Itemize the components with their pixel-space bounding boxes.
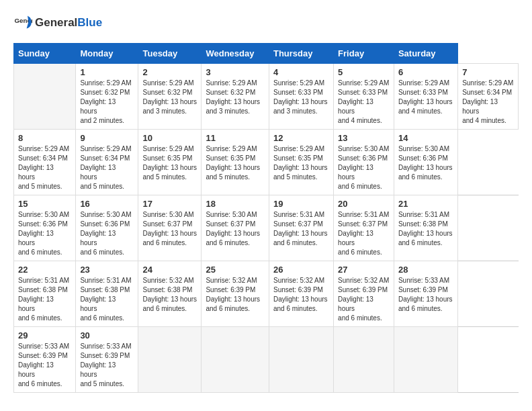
- calendar-cell: [202, 327, 269, 393]
- logo: General GeneralBlue: [13, 13, 102, 32]
- day-info: Sunrise: 5:29 AM Sunset: 6:35 PM Dayligh…: [142, 144, 197, 182]
- day-info: Sunrise: 5:29 AM Sunset: 6:32 PM Dayligh…: [206, 79, 265, 116]
- day-number: 23: [80, 265, 134, 275]
- calendar-cell: [138, 327, 202, 393]
- day-number: 12: [273, 133, 329, 143]
- calendar-cell: 30Sunrise: 5:33 AM Sunset: 6:39 PM Dayli…: [76, 327, 138, 393]
- day-number: 15: [18, 199, 71, 209]
- day-info: Sunrise: 5:33 AM Sunset: 6:39 PM Dayligh…: [80, 342, 134, 389]
- calendar-cell: 1Sunrise: 5:29 AM Sunset: 6:32 PM Daylig…: [76, 64, 138, 130]
- day-number: 14: [398, 133, 453, 143]
- day-info: Sunrise: 5:31 AM Sunset: 6:37 PM Dayligh…: [273, 210, 329, 248]
- day-info: Sunrise: 5:31 AM Sunset: 6:38 PM Dayligh…: [80, 276, 134, 323]
- day-info: Sunrise: 5:33 AM Sunset: 6:39 PM Dayligh…: [398, 276, 453, 314]
- calendar-cell: 10Sunrise: 5:29 AM Sunset: 6:35 PM Dayli…: [138, 130, 202, 195]
- calendar-cell: [14, 64, 76, 130]
- day-number: 2: [142, 67, 197, 77]
- day-number: 28: [398, 265, 453, 275]
- calendar-cell: 5Sunrise: 5:29 AM Sunset: 6:33 PM Daylig…: [334, 64, 394, 130]
- day-info: Sunrise: 5:30 AM Sunset: 6:36 PM Dayligh…: [398, 144, 453, 182]
- calendar-cell: 16Sunrise: 5:30 AM Sunset: 6:36 PM Dayli…: [76, 195, 138, 261]
- weekday-header-saturday: Saturday: [394, 44, 457, 64]
- logo-icon: General: [13, 13, 32, 32]
- calendar-cell: 26Sunrise: 5:32 AM Sunset: 6:39 PM Dayli…: [269, 261, 333, 327]
- weekday-header-sunday: Sunday: [14, 44, 76, 64]
- day-number: 17: [142, 199, 197, 209]
- day-number: 30: [80, 330, 134, 340]
- calendar-header-row: SundayMondayTuesdayWednesdayThursdayFrid…: [14, 44, 519, 64]
- calendar-cell: 6Sunrise: 5:29 AM Sunset: 6:33 PM Daylig…: [394, 64, 457, 130]
- calendar-cell: 13Sunrise: 5:30 AM Sunset: 6:36 PM Dayli…: [334, 130, 394, 195]
- calendar-week-row: 22Sunrise: 5:31 AM Sunset: 6:38 PM Dayli…: [14, 261, 519, 327]
- calendar-cell: 22Sunrise: 5:31 AM Sunset: 6:38 PM Dayli…: [14, 261, 76, 327]
- calendar-cell: 28Sunrise: 5:33 AM Sunset: 6:39 PM Dayli…: [394, 261, 457, 327]
- calendar-cell: 23Sunrise: 5:31 AM Sunset: 6:38 PM Dayli…: [76, 261, 138, 327]
- day-info: Sunrise: 5:32 AM Sunset: 6:39 PM Dayligh…: [338, 276, 390, 323]
- day-number: 21: [398, 199, 453, 209]
- day-number: 13: [338, 133, 390, 143]
- day-info: Sunrise: 5:32 AM Sunset: 6:39 PM Dayligh…: [273, 276, 329, 314]
- weekday-header-monday: Monday: [76, 44, 138, 64]
- calendar-cell: 12Sunrise: 5:29 AM Sunset: 6:35 PM Dayli…: [269, 130, 333, 195]
- day-info: Sunrise: 5:29 AM Sunset: 6:33 PM Dayligh…: [398, 79, 453, 116]
- day-info: Sunrise: 5:29 AM Sunset: 6:33 PM Dayligh…: [273, 79, 329, 116]
- day-info: Sunrise: 5:31 AM Sunset: 6:38 PM Dayligh…: [398, 210, 453, 248]
- day-number: 3: [206, 67, 265, 77]
- calendar-cell: 17Sunrise: 5:30 AM Sunset: 6:37 PM Dayli…: [138, 195, 202, 261]
- calendar-cell: 8Sunrise: 5:29 AM Sunset: 6:34 PM Daylig…: [14, 130, 76, 195]
- day-info: Sunrise: 5:32 AM Sunset: 6:39 PM Dayligh…: [206, 276, 265, 314]
- calendar-cell: 11Sunrise: 5:29 AM Sunset: 6:35 PM Dayli…: [202, 130, 269, 195]
- day-number: 19: [273, 199, 329, 209]
- calendar-week-row: 29Sunrise: 5:33 AM Sunset: 6:39 PM Dayli…: [14, 327, 519, 393]
- day-info: Sunrise: 5:32 AM Sunset: 6:38 PM Dayligh…: [142, 276, 197, 314]
- calendar-cell: 7Sunrise: 5:29 AM Sunset: 6:34 PM Daylig…: [458, 64, 519, 130]
- day-number: 8: [18, 133, 71, 143]
- calendar-cell: 15Sunrise: 5:30 AM Sunset: 6:36 PM Dayli…: [14, 195, 76, 261]
- day-number: 20: [338, 199, 390, 209]
- calendar-week-row: 1Sunrise: 5:29 AM Sunset: 6:32 PM Daylig…: [14, 64, 519, 130]
- day-info: Sunrise: 5:29 AM Sunset: 6:32 PM Dayligh…: [142, 79, 197, 116]
- calendar-cell: 18Sunrise: 5:30 AM Sunset: 6:37 PM Dayli…: [202, 195, 269, 261]
- calendar-cell: 9Sunrise: 5:29 AM Sunset: 6:34 PM Daylig…: [76, 130, 138, 195]
- day-info: Sunrise: 5:30 AM Sunset: 6:36 PM Dayligh…: [338, 144, 390, 191]
- calendar-cell: 19Sunrise: 5:31 AM Sunset: 6:37 PM Dayli…: [269, 195, 333, 261]
- day-number: 16: [80, 199, 134, 209]
- calendar-cell: 27Sunrise: 5:32 AM Sunset: 6:39 PM Dayli…: [334, 261, 394, 327]
- day-info: Sunrise: 5:29 AM Sunset: 6:35 PM Dayligh…: [206, 144, 265, 182]
- calendar-cell: 21Sunrise: 5:31 AM Sunset: 6:38 PM Dayli…: [394, 195, 457, 261]
- calendar-cell: 20Sunrise: 5:31 AM Sunset: 6:37 PM Dayli…: [334, 195, 394, 261]
- day-number: 9: [80, 133, 134, 143]
- weekday-header-tuesday: Tuesday: [138, 44, 202, 64]
- calendar-cell: [269, 327, 333, 393]
- calendar-cell: 25Sunrise: 5:32 AM Sunset: 6:39 PM Dayli…: [202, 261, 269, 327]
- logo-blue-text: Blue: [77, 16, 102, 29]
- calendar-week-row: 15Sunrise: 5:30 AM Sunset: 6:36 PM Dayli…: [14, 195, 519, 261]
- day-info: Sunrise: 5:30 AM Sunset: 6:37 PM Dayligh…: [142, 210, 197, 248]
- day-number: 24: [142, 265, 197, 275]
- day-number: 10: [142, 133, 197, 143]
- day-info: Sunrise: 5:29 AM Sunset: 6:35 PM Dayligh…: [273, 144, 329, 182]
- calendar-cell: [394, 327, 457, 393]
- logo-general-text: General: [35, 16, 77, 29]
- day-number: 1: [80, 67, 134, 77]
- day-number: 6: [398, 67, 453, 77]
- calendar-cell: 29Sunrise: 5:33 AM Sunset: 6:39 PM Dayli…: [14, 327, 76, 393]
- day-info: Sunrise: 5:29 AM Sunset: 6:33 PM Dayligh…: [338, 79, 390, 126]
- day-number: 26: [273, 265, 329, 275]
- day-info: Sunrise: 5:30 AM Sunset: 6:36 PM Dayligh…: [18, 210, 71, 257]
- day-number: 11: [206, 133, 265, 143]
- calendar-cell: 3Sunrise: 5:29 AM Sunset: 6:32 PM Daylig…: [202, 64, 269, 130]
- day-info: Sunrise: 5:31 AM Sunset: 6:38 PM Dayligh…: [18, 276, 71, 323]
- day-info: Sunrise: 5:29 AM Sunset: 6:32 PM Dayligh…: [80, 79, 134, 126]
- day-number: 25: [206, 265, 265, 275]
- weekday-header-friday: Friday: [334, 44, 394, 64]
- calendar-cell: 14Sunrise: 5:30 AM Sunset: 6:36 PM Dayli…: [394, 130, 457, 195]
- header: General GeneralBlue: [13, 13, 519, 32]
- day-info: Sunrise: 5:30 AM Sunset: 6:36 PM Dayligh…: [80, 210, 134, 257]
- weekday-header-wednesday: Wednesday: [202, 44, 269, 64]
- day-info: Sunrise: 5:30 AM Sunset: 6:37 PM Dayligh…: [206, 210, 265, 248]
- calendar-cell: [334, 327, 394, 393]
- day-info: Sunrise: 5:33 AM Sunset: 6:39 PM Dayligh…: [18, 342, 71, 389]
- day-number: 27: [338, 265, 390, 275]
- day-info: Sunrise: 5:29 AM Sunset: 6:34 PM Dayligh…: [18, 144, 71, 191]
